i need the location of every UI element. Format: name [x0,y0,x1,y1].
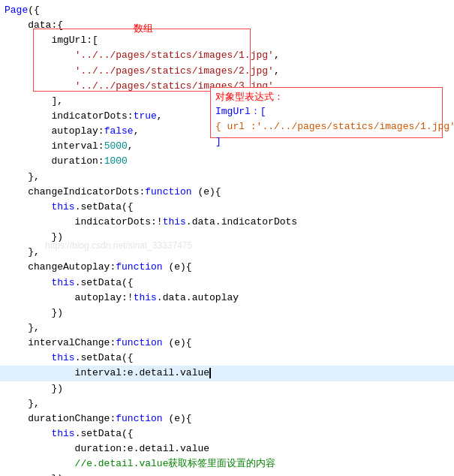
line-text: }, [0,321,454,336]
line-text: }) [0,471,454,476]
line-text: this.setData({ [0,426,454,441]
code-line-9: autoplay:false, [0,124,454,139]
line-text: this.setData({ [0,351,454,366]
line-text: imgUrl:[ [0,33,454,48]
line-text: '../../pages/statics/images/1.jpg', [0,48,454,63]
line-text: }) [0,230,454,245]
code-line-4: '../../pages/statics/images/1.jpg', [0,48,454,63]
code-line-12: }, [0,170,454,185]
line-text: indicatorDots:!this.data.indicatorDots [0,215,454,230]
code-line-22: }, [0,321,454,336]
code-line-23: intervalChange:function (e){ [0,336,454,351]
line-text: }) [0,381,454,396]
line-text: '../../pages/statics/images/2.jpg', [0,64,454,79]
line-text: '../../pages/statics/images/3.jpg' [0,79,454,94]
line-text: this.setData({ [0,200,454,215]
code-line-28: durationChange:function (e){ [0,411,454,426]
code-line-18: changeAutoplay:function (e){ [0,260,454,275]
code-line-32: }) [0,471,454,476]
code-line-15: indicatorDots:!this.data.indicatorDots [0,215,454,230]
code-line-10: interval:5000, [0,139,454,154]
code-line-8: indicatorDots:true, [0,109,454,124]
line-text: interval:e.detail.value [0,366,454,381]
code-editor: 数组 对象型表达式： ImgUrl：[ { url :'../../pages/… [0,0,454,476]
line-text: Page({ [0,3,454,18]
code-line-26: }) [0,381,454,396]
code-line-7: ], [0,94,454,109]
line-text: changeAutoplay:function (e){ [0,260,454,275]
code-line-5: '../../pages/statics/images/2.jpg', [0,64,454,79]
code-line-24: this.setData({ [0,351,454,366]
line-text: }) [0,306,454,321]
code-line-17: }, [0,245,454,260]
line-text: intervalChange:function (e){ [0,336,454,351]
line-text: ], [0,94,454,109]
code-line-19: this.setData({ [0,276,454,291]
code-line-21: }) [0,306,454,321]
code-line-16: }) [0,230,454,245]
code-line-20: autoplay:!this.data.autoplay [0,291,454,306]
code-line-31: //e.detail.value获取标签里面设置的内容 [0,456,454,471]
line-text: }, [0,245,454,260]
code-line-6: '../../pages/statics/images/3.jpg' [0,79,454,94]
line-text: duration:e.detail.value [0,441,454,456]
line-text: duration:1000 [0,154,454,169]
line-text: //e.detail.value获取标签里面设置的内容 [0,456,454,471]
line-text: }, [0,170,454,185]
code-line-30: duration:e.detail.value [0,441,454,456]
line-text: data:{ [0,18,454,33]
line-text: this.setData({ [0,276,454,291]
code-line-25: interval:e.detail.value [0,366,454,381]
line-text: changeIndicatorDots:function (e){ [0,185,454,200]
code-line-11: duration:1000 [0,154,454,169]
line-text: autoplay:false, [0,124,454,139]
code-line-14: this.setData({ [0,200,454,215]
line-text: indicatorDots:true, [0,109,454,124]
line-text: durationChange:function (e){ [0,411,454,426]
code-line-2: data:{ [0,18,454,33]
code-line-29: this.setData({ [0,426,454,441]
line-text: interval:5000, [0,139,454,154]
line-text: }, [0,396,454,411]
code-line-3: imgUrl:[ [0,33,454,48]
line-text: autoplay:!this.data.autoplay [0,291,454,306]
code-line-27: }, [0,396,454,411]
code-line-13: changeIndicatorDots:function (e){ [0,185,454,200]
code-line-1: Page({ [0,3,454,18]
